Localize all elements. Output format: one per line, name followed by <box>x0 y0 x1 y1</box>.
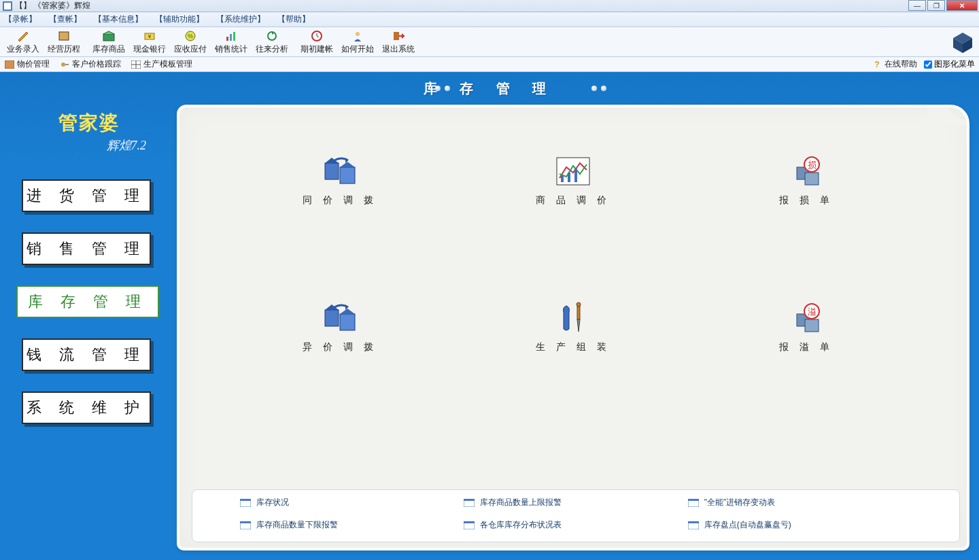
grid-overflow-report[interactable]: 溢 报 溢 单 <box>779 302 834 353</box>
tb-howto[interactable]: 如何开始 <box>337 28 378 56</box>
svg-text:损: 损 <box>807 160 816 170</box>
svg-rect-38 <box>577 306 580 319</box>
content-panel: 同 价 调 拨 商 品 调 价 损 报 损 单 异 价 调 拨 <box>177 105 969 550</box>
menu-assist[interactable]: 【辅助功能】 <box>155 14 204 25</box>
tb-sales-stat[interactable]: 销售统计 <box>211 28 252 56</box>
svg-rect-30 <box>805 173 819 185</box>
svg-marker-36 <box>340 309 355 314</box>
link-stock-lower-alert[interactable]: 库存商品数量下限报警 <box>240 519 464 531</box>
svg-rect-8 <box>226 37 228 41</box>
svg-rect-2 <box>59 32 69 40</box>
svg-point-13 <box>356 32 360 36</box>
menubar: 【录帐】 【查帐】 【基本信息】 【辅助功能】 【系统维护】 【帮助】 <box>0 12 979 27</box>
svg-point-39 <box>577 302 581 307</box>
bars-icon <box>224 29 239 43</box>
svg-rect-10 <box>233 32 235 41</box>
tb-history[interactable]: 经营历程 <box>44 28 84 56</box>
money-icon: ¥ <box>142 29 157 43</box>
svg-rect-45 <box>240 499 251 501</box>
tb-receivable[interactable]: % 应收应付 <box>170 28 211 56</box>
svg-rect-15 <box>5 60 14 69</box>
table-icon <box>464 499 475 507</box>
person-icon <box>350 29 365 43</box>
svg-rect-14 <box>394 32 399 40</box>
workspace: 库 存 管 理 管家婆 辉煌7.2 进 货 管 理 销 售 管 理 库 存 管 … <box>0 72 979 560</box>
nav-sales[interactable]: 销 售 管 理 <box>22 232 151 265</box>
history-icon <box>56 29 71 43</box>
tb-business-entry[interactable]: 业务录入 <box>3 28 44 56</box>
tb-exit[interactable]: 退出系统 <box>378 28 419 56</box>
svg-text:%: % <box>188 33 193 39</box>
menu-basic[interactable]: 【基本信息】 <box>94 14 143 25</box>
svg-rect-26 <box>561 175 564 182</box>
left-nav: 管家婆 辉煌7.2 进 货 管 理 销 售 管 理 库 存 管 理 钱 流 管 … <box>12 105 169 444</box>
svg-rect-47 <box>240 521 251 523</box>
link-all-movement[interactable]: "全能"进销存变动表 <box>688 497 912 508</box>
table-icon <box>688 499 699 507</box>
tb-stock[interactable]: 库存商品 <box>88 28 129 56</box>
table-icon <box>240 499 251 507</box>
online-help[interactable]: ? 在线帮助 <box>872 58 917 70</box>
percent-icon: % <box>183 29 198 43</box>
app-logo-cube <box>950 30 975 54</box>
transfer-icon <box>321 155 359 188</box>
title-text: 【】 《管家婆》辉煌 <box>15 0 90 12</box>
tools-icon <box>554 302 592 334</box>
grid-assembly[interactable]: 生 产 组 装 <box>536 302 611 353</box>
clock-icon <box>309 29 324 43</box>
tb2-customer-track[interactable]: 客户价格跟踪 <box>59 58 121 70</box>
menu-help[interactable]: 【帮助】 <box>277 14 310 25</box>
table-icon <box>464 521 475 529</box>
icon-grid: 同 价 调 拨 商 品 调 价 损 报 损 单 异 价 调 拨 <box>234 155 912 353</box>
tb-init[interactable]: 期初建帐 <box>296 28 337 56</box>
banner-decor-right <box>591 86 606 91</box>
svg-rect-3 <box>103 34 114 41</box>
loss-icon: 损 <box>787 155 825 188</box>
grid-loss-report[interactable]: 损 报 损 单 <box>779 155 834 207</box>
menu-query[interactable]: 【查帐】 <box>49 14 82 25</box>
titlebar: 【】 《管家婆》辉煌 — ❐ ✕ <box>0 0 979 12</box>
tb-cash[interactable]: ¥ 现金银行 <box>129 28 170 56</box>
graphic-menu-checkbox[interactable]: 图形化菜单 <box>924 58 975 70</box>
link-stock-status[interactable]: 库存状况 <box>240 497 464 508</box>
menu-system[interactable]: 【系统维护】 <box>216 14 265 25</box>
transfer-icon-2 <box>321 302 359 334</box>
link-warehouse-dist[interactable]: 各仓库库存分布状况表 <box>464 519 687 531</box>
grid-same-price-transfer[interactable]: 同 价 调 拨 <box>303 155 377 207</box>
toolbar-secondary: 物价管理 客户价格跟踪 生产模板管理 ? 在线帮助 图形化菜单 <box>0 57 979 72</box>
menu-record[interactable]: 【录帐】 <box>4 14 37 25</box>
svg-rect-28 <box>574 169 577 182</box>
link-stock-taking[interactable]: 库存盘点(自动盘赢盘亏) <box>688 519 912 531</box>
close-button[interactable]: ✕ <box>946 0 978 11</box>
minimize-button[interactable]: — <box>908 0 926 11</box>
tb2-price-mgmt[interactable]: 物价管理 <box>4 58 50 70</box>
svg-rect-41 <box>805 319 819 332</box>
svg-rect-22 <box>340 167 355 183</box>
nav-purchase[interactable]: 进 货 管 理 <box>22 179 151 212</box>
recycle-icon <box>264 29 279 43</box>
nav-system[interactable]: 系 统 维 护 <box>22 391 151 424</box>
tb2-template-mgmt[interactable]: 生产模板管理 <box>131 58 192 70</box>
svg-text:¥: ¥ <box>148 33 152 39</box>
nav-inventory[interactable]: 库 存 管 理 <box>16 285 159 318</box>
svg-marker-23 <box>340 162 355 167</box>
grid-diff-price-transfer[interactable]: 异 价 调 拨 <box>303 302 377 353</box>
logo-sub: 辉煌7.2 <box>107 137 166 154</box>
maximize-button[interactable]: ❐ <box>927 0 945 11</box>
svg-rect-51 <box>464 521 475 523</box>
grid-price-adjust[interactable]: 商 品 调 价 <box>536 155 611 207</box>
svg-rect-49 <box>464 499 475 501</box>
svg-rect-53 <box>688 499 699 501</box>
svg-point-16 <box>61 63 65 67</box>
banner-decor-left <box>435 86 450 91</box>
nav-finance[interactable]: 钱 流 管 理 <box>22 338 151 371</box>
grid-icon <box>131 60 141 69</box>
svg-rect-55 <box>688 521 699 523</box>
question-icon: ? <box>872 60 882 69</box>
app-icon <box>3 1 12 11</box>
graphic-menu-input[interactable] <box>924 60 932 69</box>
svg-rect-33 <box>325 310 339 326</box>
toolbar-main: 业务录入 经营历程 库存商品 ¥ 现金银行 % 应收应付 销售统计 往来分析 期… <box>0 27 979 57</box>
link-stock-upper-alert[interactable]: 库存商品数量上限报警 <box>464 497 687 508</box>
tb-analysis[interactable]: 往来分析 <box>252 28 292 56</box>
